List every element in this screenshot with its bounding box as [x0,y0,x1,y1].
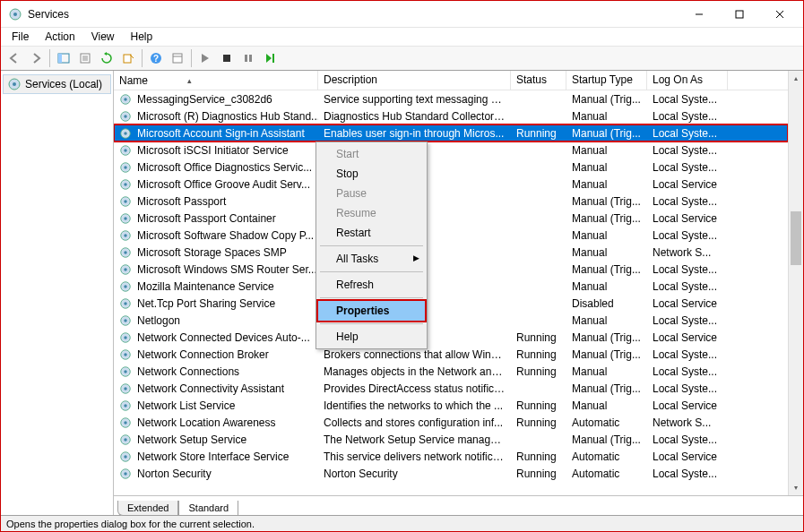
scroll-track[interactable] [789,86,803,480]
tree-root-services-local[interactable]: Services (Local) [3,74,111,94]
service-name-cell: Network Connected Devices Auto-... [114,330,318,345]
service-row[interactable]: Network List ServiceIdentifies the netwo… [114,397,788,414]
service-row[interactable]: Microsoft iSCSI Initiator Service(iSCSI)… [114,142,788,159]
tab-extended[interactable]: Extended [117,501,178,516]
menu-file[interactable]: File [4,29,36,45]
service-name-cell: Netlogon [114,313,318,328]
service-status-cell: Running [511,450,566,464]
service-row[interactable]: Mozilla Maintenance Servicece Service en… [114,278,788,295]
service-row[interactable]: Network Setup ServiceThe Network Setup S… [114,431,788,448]
service-desc-cell: Norton Security [318,467,511,481]
service-name-text: Norton Security [137,468,212,480]
column-status[interactable]: Status [511,71,566,90]
service-row[interactable]: Microsoft Windows SMS Router Ser...d on … [114,261,788,278]
service-row[interactable]: MessagingService_c3082d6Service supporti… [114,90,788,107]
svg-point-24 [124,98,127,101]
column-startup-type[interactable]: Startup Type [566,71,647,90]
scroll-down-button[interactable]: ▾ [789,480,803,495]
service-row[interactable]: Microsoft Account Sign-in AssistantEnabl… [114,124,788,142]
service-row[interactable]: Microsoft Office Groove Audit Serv...Man… [114,176,788,193]
start-service-button[interactable] [195,48,215,68]
column-description[interactable]: Description [318,71,511,90]
column-log-on-as[interactable]: Log On As [647,71,728,90]
service-row[interactable]: Network ConnectionsManages objects in th… [114,363,788,380]
service-status-cell [511,167,566,168]
service-row[interactable]: Network Connected Devices Auto-...vices … [114,329,788,346]
service-name-cell: Network Location Awareness [114,416,318,430]
service-startup-cell: Manual [566,313,647,328]
context-menu-separator [320,271,423,272]
maximize-button[interactable] [719,1,759,27]
svg-point-66 [124,455,127,459]
back-button[interactable] [4,48,24,68]
service-startup-cell: Manual (Trig... [566,348,647,362]
vertical-scrollbar[interactable]: ▴ ▾ [788,71,803,495]
svg-point-30 [124,149,127,152]
service-name-text: Microsoft Windows SMS Router Ser... [137,263,317,276]
service-name-text: Microsoft Passport Container [137,212,276,225]
svg-point-34 [124,183,127,186]
restart-service-button[interactable] [260,48,280,68]
service-desc-cell: Provides DirectAccess status notifica... [318,382,511,396]
service-logon-cell: Local Syste... [647,126,728,141]
service-row[interactable]: Net.Tcp Port Sharing Servicee TCP ports … [114,295,788,312]
refresh-button[interactable] [97,48,117,68]
service-logon-cell: Local Syste... [647,92,728,107]
service-status-cell [511,303,566,305]
scroll-thumb[interactable] [791,211,801,265]
service-row[interactable]: Norton SecurityNorton SecurityRunningAut… [114,465,788,482]
services-list[interactable]: MessagingService_c3082d6Service supporti… [114,90,788,495]
service-row[interactable]: Microsoft Office Diagnostics Servic...ft… [114,159,788,176]
context-menu-refresh[interactable]: Refresh [318,275,425,295]
svg-point-40 [124,234,127,237]
export-list-button[interactable] [75,48,95,68]
help-button[interactable]: ? [146,48,166,68]
export-button[interactable] [118,48,138,68]
service-row[interactable]: Microsoft Passporton for crypto...Manual… [114,193,788,210]
service-name-cell: Network Connectivity Assistant [114,382,318,396]
stop-service-button[interactable] [217,48,237,68]
service-row[interactable]: Microsoft Passport Containerntity keys u… [114,210,788,227]
service-status-cell [511,218,566,219]
service-row[interactable]: Microsoft Software Shadow Copy P...ed vo… [114,227,788,244]
menu-help[interactable]: Help [124,29,160,45]
context-menu-restart[interactable]: Restart [318,223,425,243]
minimize-button[interactable] [679,1,719,27]
svg-rect-3 [736,11,743,18]
context-menu-stop[interactable]: Stop [318,164,425,184]
service-name-cell: Microsoft (R) Diagnostics Hub Stand... [114,109,318,124]
context-menu-resume[interactable]: Resume [318,203,425,223]
service-name-text: MessagingService_c3082d6 [137,93,272,106]
menu-action[interactable]: Action [38,29,82,45]
close-button[interactable] [759,1,800,27]
menu-view[interactable]: View [84,29,122,45]
service-logon-cell: Local Service [647,399,728,413]
service-logon-cell: Local Syste... [647,143,728,158]
service-row[interactable]: Network Connectivity AssistantProvides D… [114,380,788,397]
context-menu-separator [320,297,423,298]
show-hide-tree-button[interactable] [54,48,73,68]
service-row[interactable]: Network Store Interface ServiceThis serv… [114,448,788,465]
pause-service-button[interactable] [238,48,258,68]
context-menu-properties[interactable]: Properties [318,301,425,321]
context-menu-pause[interactable]: Pause [318,184,425,203]
service-row[interactable]: Network Connection BrokerBrokers connect… [114,346,788,363]
context-menu-all-tasks[interactable]: All Tasks▶ [318,249,425,269]
services-tree-icon [7,77,22,91]
context-menu-start[interactable]: Start [318,144,425,164]
column-name[interactable]: Name▴ [114,71,318,90]
properties-button[interactable] [168,48,187,68]
svg-point-44 [124,268,127,271]
service-logon-cell: Local Service [647,296,728,311]
service-row[interactable]: Network Location AwarenessCollects and s… [114,414,788,431]
tab-standard[interactable]: Standard [178,501,238,516]
context-menu-help[interactable]: Help [318,327,425,347]
forward-button[interactable] [26,48,46,68]
menu-bar: File Action View Help [1,28,803,46]
scroll-up-button[interactable]: ▴ [789,71,803,86]
service-row[interactable]: Microsoft (R) Diagnostics Hub Stand...Di… [114,107,788,124]
service-name-cell: Microsoft Passport [114,194,318,209]
service-row[interactable]: Microsoft Storage Spaces SMProsoft Stora… [114,244,788,261]
service-status-cell [511,252,566,253]
service-row[interactable]: Netlogonnnel between ...ManualLocal Syst… [114,312,788,329]
